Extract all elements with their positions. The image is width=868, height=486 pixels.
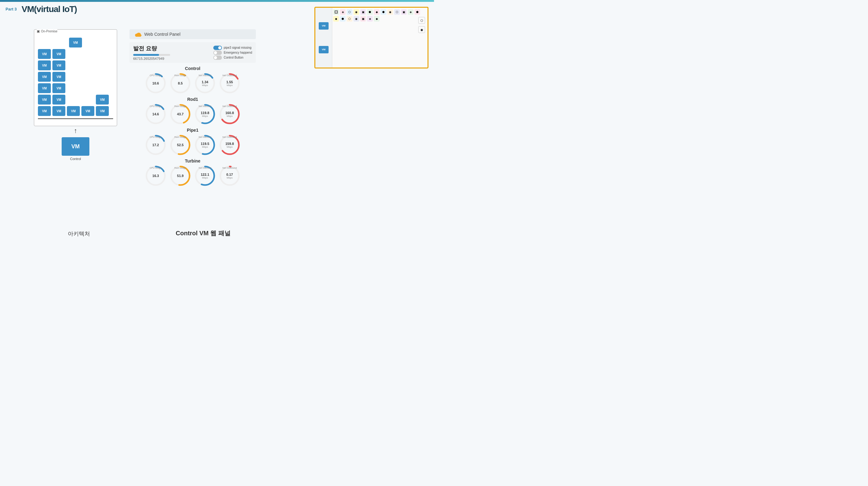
toggle-group: pipe3 signal missing Emergency happend C… [213,45,252,60]
toggle-control[interactable] [213,56,222,60]
section-pipe1: Pipe1 CPU usage 17.2 Ram usage 52.5 [129,128,256,156]
metric-control-1: Ram usage 8.5 [169,72,191,94]
metrics-row-turbine: CPU usage 16.3 Ram usage 51.9 Net Inboun… [129,165,256,187]
thumb-icon: ◉ [353,9,359,15]
toggle-control-label: Control Button [224,56,244,59]
metric-pipe1-2: Net Inbound 119.5 Mbps [194,134,216,156]
vm-box: VM [53,95,65,104]
toggle-row-2: Emergency happend [213,51,252,55]
stats-bar: 발전 요량 66715.26520547949 pipe3 signal mis… [129,42,256,63]
thumb-icon: ⬡ [347,16,352,22]
toggle-row-3: Control Button [213,56,252,60]
top-accent-bar [0,0,434,2]
metric-pipe1-0: CPU usage 17.2 [145,134,167,156]
thumb-icon: ◈ [340,9,345,15]
thumb-vm-bottom: VM [319,46,329,53]
left-diagram: ▣ On-Premise VM VM VM VM VM VM VM [34,29,117,161]
vm-box: VM [53,72,65,82]
thumb-icon: ◆ [374,16,379,22]
metric-pipe1-1: Ram usage 52.5 [169,134,191,156]
thumb-vm-top: VM [319,22,329,30]
vm-box: VM [53,49,65,59]
thumb-right-icons: ⬡ ◉ [418,17,425,33]
section-title-control: Control [129,66,256,71]
right-panel: Web Control Panel 발전 요량 66715.2652054794… [129,29,256,189]
metric-control-2: Net Inbound 1.34 Mbps [194,72,216,94]
sections-container: Control CPU usage 10.6 Ram usage 8.5 [129,66,256,187]
stats-value: 66715.26520547949 [133,57,170,60]
thumb-icon: ⬡ [394,9,400,15]
svg-rect-3 [135,35,141,37]
cloud-icon [134,31,142,37]
thumb-left-strip: VM VM [315,8,332,67]
control-label: Control [70,157,81,161]
thumb-icon: ◆ [333,16,339,22]
right-caption: Control VM 웹 패널 [176,229,230,238]
vm-box: VM [53,106,65,116]
vm-box: VM [96,106,109,116]
metrics-row-rod1: CPU usage 14.6 Ram usage 43.7 Net Inboun… [129,103,256,125]
thumb-icon: ⬟ [414,9,420,15]
metric-rod1-0: CPU usage 14.6 [145,103,167,125]
thumb-icon-r2: ◉ [418,26,425,33]
metrics-row-pipe1: CPU usage 17.2 Ram usage 52.5 Net Inboun… [129,134,256,156]
web-control-header: Web Control Panel [129,29,256,39]
vm-box: VM [38,95,51,104]
toggle-pipe3[interactable] [213,45,222,50]
web-control-title: Web Control Panel [144,32,180,37]
toggle-emergency-label: Emergency happend [224,51,252,54]
vm-large-container: VM Control [34,137,117,161]
thumb-icon: ◉ [353,16,359,22]
toggle-emergency[interactable] [213,51,222,55]
vm-box: VM [53,60,65,70]
thumb-icon: ⬢ [381,9,386,15]
metric-pipe1-3: Net Outbound 159.8 Mbps [219,134,241,156]
on-premise-label: ▣ On-Premise [37,29,57,33]
progress-fill [133,54,159,56]
metric-control-3: Net Outbound 1.55 Mbps [219,72,241,94]
toggle-pipe3-label: pipe3 signal missing [224,46,251,49]
metric-turbine-3: Net Outbound 0.17 Mbps [219,165,241,187]
part-label: Part 3 [5,7,17,11]
metric-turbine-0: CPU usage 16.3 [145,165,167,187]
section-turbine: Turbine CPU usage 16.3 Ram usage 51.9 [129,158,256,187]
section-title-rod1: Rod1 [129,97,256,102]
thumb-icon: ▣ [360,16,366,22]
thumb-icon: 🔲 [333,9,339,15]
thumb-icon: ◈ [408,9,413,15]
metrics-row-control: CPU usage 10.6 Ram usage 8.5 Net Inbound… [129,72,256,94]
thumb-icon-r1: ⬡ [418,17,425,24]
arrow-up: ↑ [34,126,117,135]
vm-box: VM [38,60,51,70]
separator [38,118,113,119]
vm-box: VM [38,83,51,93]
page-title: VM(virtual IoT) [22,4,77,14]
metric-control-0: CPU usage 10.6 [145,72,167,94]
thumb-right-content: 🔲 ◈ ⬡ ◉ ▣ ⬟ ◆ ⬢ ◉ ⬡ ▣ ◈ ⬟ ◆ ⬢ ⬡ ◉ ▣ ◈ ◆ [333,9,426,66]
vm-grid: VM VM VM VM VM VM VM VM VM [38,38,113,116]
thumb-icon: ◈ [367,16,373,22]
vm-box: VM [82,106,94,116]
on-premise-box: ▣ On-Premise VM VM VM VM VM VM VM [34,29,117,126]
section-title-turbine: Turbine [129,158,256,163]
server-icon: ▣ [37,29,40,33]
section-rod1: Rod1 CPU usage 14.6 Ram usage 43.7 [129,97,256,125]
left-caption: 아키텍처 [68,230,90,238]
vm-box: VM [53,83,65,93]
stats-label: 발전 요량 [133,45,170,52]
thumbnail-area: VM VM 🔲 ◈ ⬡ ◉ ▣ ⬟ ◆ ⬢ ◉ ⬡ ▣ ◈ ⬟ ◆ ⬢ ⬡ ◉ … [314,7,429,68]
metric-turbine-1: Ram usage 51.9 [169,165,191,187]
metric-rod1-1: Ram usage 43.7 [169,103,191,125]
metric-rod1-2: Net Inbound 119.8 Mbps [194,103,216,125]
metric-rod1-3: Net Outbound 160.8 Mbps [219,103,241,125]
thumb-icon: ⬡ [347,9,352,15]
section-control: Control CPU usage 10.6 Ram usage 8.5 [129,66,256,94]
vm-box: VM [38,106,51,116]
thumb-icon: ◆ [374,9,379,15]
vm-box: VM [69,38,82,48]
toggle-row-1: pipe3 signal missing [213,45,252,50]
vm-box: VM [38,72,51,82]
vm-box: VM [38,49,51,59]
thumb-icon: ▣ [401,9,407,15]
vm-large-box: VM [62,137,89,156]
